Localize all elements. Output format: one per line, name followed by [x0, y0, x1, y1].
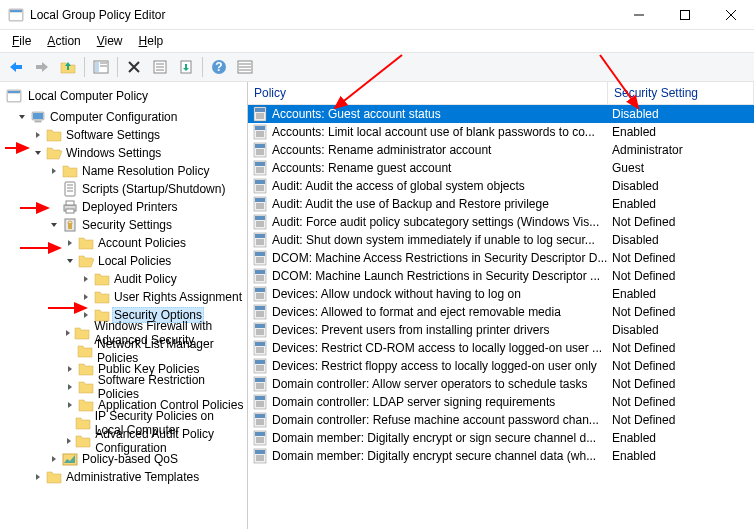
list-pane[interactable]: Policy Security Setting Accounts: Guest …: [248, 82, 754, 529]
policy-item-icon: [252, 196, 268, 212]
policy-item-icon: [252, 358, 268, 374]
list-row[interactable]: Devices: Restrict floppy access to local…: [248, 357, 754, 375]
menu-action[interactable]: Action: [39, 32, 88, 50]
delete-button[interactable]: [122, 55, 146, 79]
menubar: File Action View Help: [0, 30, 754, 52]
folder-open-icon: [78, 253, 94, 269]
tree-root-row[interactable]: Local Computer Policy: [0, 84, 247, 108]
expander-icon[interactable]: [64, 399, 76, 411]
expander-icon[interactable]: [64, 381, 76, 393]
show-hide-tree-button[interactable]: [89, 55, 113, 79]
setting-cell: Guest: [608, 160, 754, 176]
list-row[interactable]: Audit: Audit the use of Backup and Resto…: [248, 195, 754, 213]
list-row[interactable]: Devices: Restrict CD-ROM access to local…: [248, 339, 754, 357]
expander-icon[interactable]: [48, 165, 60, 177]
up-level-button[interactable]: [56, 55, 80, 79]
tree-item-local-policies[interactable]: Local Policies: [64, 252, 247, 270]
policy-cell: Devices: Restrict CD-ROM access to local…: [248, 339, 608, 357]
menu-view[interactable]: View: [89, 32, 131, 50]
minimize-button[interactable]: [616, 0, 662, 30]
expander-icon[interactable]: [64, 327, 72, 339]
list-row[interactable]: Accounts: Rename guest accountGuest: [248, 159, 754, 177]
tree-pane[interactable]: Local Computer Policy Computer Configura…: [0, 82, 248, 529]
policy-item-icon: [252, 304, 268, 320]
list-row[interactable]: DCOM: Machine Launch Restrictions in Sec…: [248, 267, 754, 285]
folder-icon: [94, 289, 110, 305]
content-area: Local Computer Policy Computer Configura…: [0, 82, 754, 529]
policy-item-icon: [252, 340, 268, 356]
tree-label: Administrative Templates: [64, 469, 201, 485]
maximize-button[interactable]: [662, 0, 708, 30]
expander-icon[interactable]: [16, 111, 28, 123]
expander-icon[interactable]: [48, 219, 60, 231]
tree-item-advanced-audit[interactable]: Advanced Audit Policy Configuration: [64, 432, 247, 450]
tree-item-security-settings[interactable]: Security Settings: [48, 216, 247, 234]
properties-button[interactable]: [148, 55, 172, 79]
export-button[interactable]: [174, 55, 198, 79]
tree-item-admin-templates[interactable]: Administrative Templates: [32, 468, 247, 486]
expander-icon[interactable]: [32, 471, 44, 483]
list-row[interactable]: Domain controller: LDAP server signing r…: [248, 393, 754, 411]
list-row[interactable]: Devices: Prevent users from installing p…: [248, 321, 754, 339]
tree-item-user-rights[interactable]: User Rights Assignment: [80, 288, 247, 306]
expander-icon[interactable]: [64, 363, 76, 375]
policy-cell: Audit: Force audit policy subcategory se…: [248, 213, 608, 231]
expander-icon[interactable]: [32, 147, 44, 159]
list-row[interactable]: Audit: Shut down system immediately if u…: [248, 231, 754, 249]
menu-file[interactable]: File: [4, 32, 39, 50]
policy-item-icon: [252, 412, 268, 428]
list-row[interactable]: Domain member: Digitally encrypt secure …: [248, 447, 754, 465]
forward-button[interactable]: [30, 55, 54, 79]
tree-item-windows-settings[interactable]: Windows Settings: [32, 144, 247, 162]
policy-cell: Domain controller: Refuse machine accoun…: [248, 411, 608, 429]
expander-icon[interactable]: [32, 129, 44, 141]
back-button[interactable]: [4, 55, 28, 79]
tree-item-software-restriction[interactable]: Software Restriction Policies: [64, 378, 247, 396]
expander-icon[interactable]: [64, 435, 73, 447]
help-button[interactable]: [207, 55, 231, 79]
tree-item-scripts[interactable]: Scripts (Startup/Shutdown): [48, 180, 247, 198]
tree-item-name-resolution[interactable]: Name Resolution Policy: [48, 162, 247, 180]
policy-text: DCOM: Machine Access Restrictions in Sec…: [272, 251, 607, 265]
tree-label: Windows Settings: [64, 145, 163, 161]
expander-icon[interactable]: [80, 309, 92, 321]
list-row[interactable]: Accounts: Limit local account use of bla…: [248, 123, 754, 141]
list-row[interactable]: Devices: Allow undock without having to …: [248, 285, 754, 303]
tree-item-computer-configuration[interactable]: Computer Configuration: [16, 108, 247, 126]
list-row[interactable]: Accounts: Rename administrator accountAd…: [248, 141, 754, 159]
security-icon: [62, 217, 78, 233]
view-details-button[interactable]: [233, 55, 257, 79]
policy-item-icon: [252, 142, 268, 158]
computer-icon: [30, 109, 46, 125]
list-row[interactable]: Accounts: Guest account statusDisabled: [248, 105, 754, 123]
list-row[interactable]: Audit: Audit the access of global system…: [248, 177, 754, 195]
expander-icon[interactable]: [80, 273, 92, 285]
list-row[interactable]: Devices: Allowed to format and eject rem…: [248, 303, 754, 321]
tree-label: User Rights Assignment: [112, 289, 244, 305]
list-row[interactable]: Domain controller: Allow server operator…: [248, 375, 754, 393]
list-row[interactable]: Domain controller: Refuse machine accoun…: [248, 411, 754, 429]
list-row[interactable]: DCOM: Machine Access Restrictions in Sec…: [248, 249, 754, 267]
expander-icon[interactable]: [48, 453, 60, 465]
list-row[interactable]: Audit: Force audit policy subcategory se…: [248, 213, 754, 231]
policy-text: Devices: Allow undock without having to …: [272, 287, 521, 301]
close-button[interactable]: [708, 0, 754, 30]
policy-text: Devices: Restrict CD-ROM access to local…: [272, 341, 602, 355]
folder-icon: [75, 415, 91, 431]
tree-label: Local Policies: [96, 253, 173, 269]
tree-label: Account Policies: [96, 235, 188, 251]
tree-item-deployed-printers[interactable]: Deployed Printers: [48, 198, 247, 216]
expander-icon[interactable]: [64, 237, 76, 249]
folder-icon: [46, 127, 62, 143]
toolbar-separator: [84, 57, 85, 77]
tree-item-audit-policy[interactable]: Audit Policy: [80, 270, 247, 288]
expander-icon[interactable]: [64, 255, 76, 267]
expander-icon[interactable]: [80, 291, 92, 303]
tree-item-network-list[interactable]: Network List Manager Policies: [64, 342, 247, 360]
tree-item-software-settings[interactable]: Software Settings: [32, 126, 247, 144]
menu-help[interactable]: Help: [131, 32, 172, 50]
column-header-setting[interactable]: Security Setting: [608, 82, 754, 104]
list-row[interactable]: Domain member: Digitally encrypt or sign…: [248, 429, 754, 447]
tree-item-account-policies[interactable]: Account Policies: [64, 234, 247, 252]
column-header-policy[interactable]: Policy: [248, 82, 608, 104]
